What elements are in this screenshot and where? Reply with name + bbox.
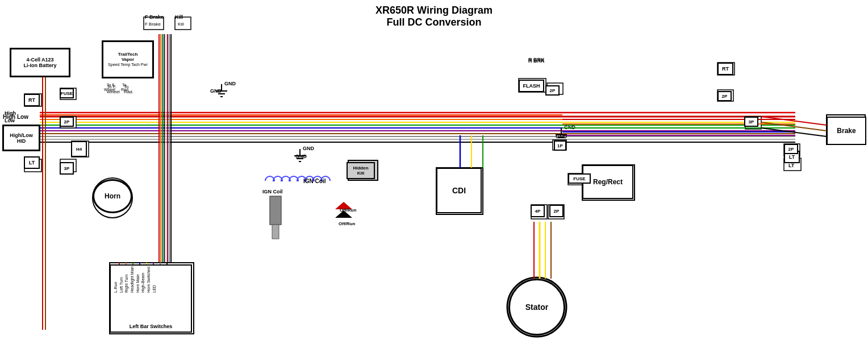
switch-item-8: LED bbox=[152, 266, 157, 293]
brake-label: Brake bbox=[837, 127, 856, 135]
fbrake-label: F Brake bbox=[145, 14, 164, 20]
1p-box: 1P bbox=[554, 140, 566, 151]
left-bar-items: L-Run Left Turn Right Turn Headlight Mai… bbox=[114, 266, 157, 293]
gnd-label-1: GND bbox=[210, 88, 222, 94]
rt-left-box: RT bbox=[24, 94, 40, 106]
battery-label: 4-Cell A123 Li-Ion Battery bbox=[23, 57, 56, 68]
ign-coil-label: IGN Coil bbox=[303, 178, 326, 184]
switch-item-7: Horn Switched bbox=[147, 266, 151, 293]
2p-box-lt: 2P bbox=[784, 144, 798, 154]
3p-box-right: 3P bbox=[744, 117, 758, 127]
high-low-label: High Low bbox=[3, 114, 28, 120]
rt-right-box: RT bbox=[717, 63, 733, 75]
to-rad-label: ToRad. bbox=[124, 84, 133, 94]
switch-item-4: Headlight Main bbox=[130, 266, 135, 293]
cdi-box: CDI bbox=[436, 168, 482, 213]
hid-label: High/LowHID bbox=[10, 132, 33, 144]
diagram-title: XR650R Wiring Diagram Full DC Conversion bbox=[284, 5, 584, 28]
switch-item-2: Left Turn bbox=[119, 266, 124, 293]
2p-box-flash: 2P bbox=[545, 85, 560, 96]
switch-item-6: High-Beam bbox=[141, 266, 145, 293]
switch-item-3: Right Turn bbox=[124, 266, 129, 293]
lt-left-box: LT bbox=[24, 156, 40, 169]
flash-box: FLASH bbox=[519, 80, 544, 92]
title-line1: XR650R Wiring Diagram bbox=[284, 5, 584, 16]
horn-label: Horn bbox=[105, 192, 120, 200]
h4-box: H4 bbox=[71, 141, 87, 157]
2p-box-4p: 2P bbox=[549, 205, 564, 217]
regrect-label: Reg/Rect bbox=[593, 178, 623, 186]
hid-box: High/LowHID bbox=[3, 125, 40, 151]
kill-label: Kill bbox=[175, 14, 183, 20]
fuse-box-left: FUSE bbox=[60, 88, 74, 98]
gnd-label-3: GND bbox=[556, 134, 567, 139]
stator-circle: Stator bbox=[508, 279, 565, 336]
battery-box: 4-Cell A123 Li-Ion Battery bbox=[10, 48, 70, 77]
switch-item-5: Horn Main bbox=[136, 266, 140, 293]
switch-item-1: L-Run bbox=[114, 266, 118, 293]
trailtech-box: TrailTechVaporSpeed Temp Tach Pwr bbox=[102, 41, 153, 78]
gnd-label-2: GND bbox=[295, 154, 307, 159]
4p-box: 4P bbox=[531, 205, 545, 217]
3p-box-1: 3P bbox=[60, 162, 74, 175]
rbrk-label: R BRK bbox=[528, 57, 545, 63]
2p-box-rt: 2P bbox=[717, 91, 732, 101]
fuse-box-right: FUSE bbox=[568, 173, 591, 184]
trailtech-label: TrailTechVaporSpeed Temp Tach Pwr bbox=[108, 52, 148, 67]
title-line2: Full DC Conversion bbox=[284, 16, 584, 28]
off-run-label: Off/Run bbox=[340, 208, 356, 213]
horn-circle: Horn bbox=[93, 179, 132, 213]
cdi-label: CDI bbox=[452, 186, 466, 195]
left-bar-label: Left Bar Switches bbox=[130, 324, 173, 329]
2p-box-1: 2P bbox=[60, 117, 74, 127]
to-wheel-label: To F.Wheel bbox=[107, 84, 120, 94]
brake-box: Brake bbox=[827, 117, 866, 145]
hidden-kill-box: HiddenKill bbox=[347, 162, 375, 179]
stator-label: Stator bbox=[525, 303, 548, 312]
